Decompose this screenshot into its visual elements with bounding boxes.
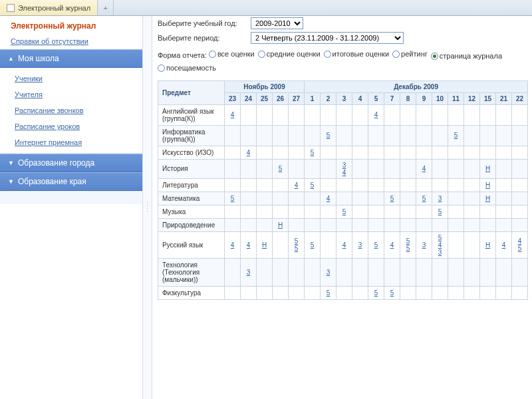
tab-add-button[interactable]: + xyxy=(98,0,114,15)
grade-cell xyxy=(448,231,464,258)
grade-cell: 5 xyxy=(305,231,321,258)
grade-link[interactable]: 4 xyxy=(513,237,526,245)
grade-link[interactable]: 5 xyxy=(434,234,446,241)
grade-cell: 5 xyxy=(432,205,448,218)
sidebar-section-header[interactable]: ▼Образование города xyxy=(0,154,142,172)
grade-link[interactable]: 5 xyxy=(306,241,319,249)
grade-cell xyxy=(448,104,464,125)
sidebar-absence-link[interactable]: Справки об отсутствии xyxy=(0,33,142,49)
grade-link[interactable]: 5 xyxy=(386,195,398,202)
sidebar-item[interactable]: Расписание уроков xyxy=(0,118,142,134)
grade-cell xyxy=(257,286,273,299)
grade-cell: 4 xyxy=(416,159,432,178)
grade-cell xyxy=(305,258,321,286)
grade-link[interactable]: 5 xyxy=(306,182,319,189)
grade-cell xyxy=(416,286,432,299)
grade-link[interactable]: Н xyxy=(481,241,494,249)
table-row: Математика54553Н xyxy=(158,192,528,205)
grade-cell xyxy=(241,205,257,218)
document-icon xyxy=(7,4,15,12)
grade-cell xyxy=(336,125,352,146)
grade-link[interactable]: Н xyxy=(481,195,494,202)
year-select[interactable]: 2009-2010 xyxy=(251,17,303,29)
period-label: Выберите период: xyxy=(158,34,251,42)
tab-journal[interactable]: Электронный журнал xyxy=(0,0,98,15)
grade-link[interactable]: 5 xyxy=(370,241,382,249)
grade-link[interactable]: 5 xyxy=(450,132,462,139)
sidebar-item[interactable]: Интернет приемная xyxy=(0,134,142,150)
report-label: Форма отчета: xyxy=(158,51,207,59)
grade-link[interactable]: 4 xyxy=(242,241,255,249)
grade-cell: 5 xyxy=(368,286,384,299)
grade-cell xyxy=(384,218,400,231)
grade-cell xyxy=(368,125,384,146)
subject-header: Предмет xyxy=(158,80,225,104)
grade-link[interactable]: 4 xyxy=(322,195,334,202)
grade-link[interactable]: Н xyxy=(258,241,271,249)
grade-link[interactable]: 3 xyxy=(354,241,366,249)
grade-link[interactable]: 5 xyxy=(338,208,350,215)
report-option-label: средние оценки xyxy=(267,48,321,60)
table-row: Английский язык (группа(К))44 xyxy=(158,104,528,125)
grade-link[interactable]: 5 xyxy=(290,245,303,252)
grade-link[interactable]: 5 xyxy=(322,289,334,297)
grade-link[interactable]: 5 xyxy=(274,165,287,172)
radio-icon xyxy=(392,51,400,58)
grade-link[interactable]: 5 xyxy=(290,237,303,245)
grade-link[interactable]: 5 xyxy=(322,132,334,139)
sidebar-item[interactable]: Учителя xyxy=(0,86,142,102)
grade-link[interactable]: 4 xyxy=(497,241,510,249)
grade-link[interactable]: 3 xyxy=(418,241,430,249)
report-option[interactable]: средние оценки xyxy=(258,48,321,60)
subject-cell: Технология (Технология (мальчики)) xyxy=(158,258,225,286)
grade-link[interactable]: 4 xyxy=(338,169,350,176)
report-option[interactable]: рейтинг xyxy=(392,48,428,60)
grade-cell xyxy=(273,258,289,286)
grade-link[interactable]: 4 xyxy=(418,165,430,172)
grade-link[interactable]: Н xyxy=(274,221,287,229)
grade-link[interactable]: 5 xyxy=(370,289,382,297)
grade-link[interactable]: 4 xyxy=(290,182,303,189)
report-option[interactable]: посещаемость xyxy=(158,62,216,74)
sidebar-item[interactable]: Расписание звонков xyxy=(0,102,142,118)
day-header: 5 xyxy=(368,92,384,104)
sidebar-section-header[interactable]: ▼Образование края xyxy=(0,172,142,191)
grade-link[interactable]: 4 xyxy=(386,241,398,249)
grade-cell xyxy=(464,178,480,192)
period-select[interactable]: 2 Четверть (23.11.2009 - 31.12.2009) xyxy=(251,32,404,44)
sidebar-item[interactable]: Ученики xyxy=(0,70,142,86)
grade-link[interactable]: 4 xyxy=(370,111,382,118)
grade-link[interactable]: 4 xyxy=(338,241,350,249)
grade-link[interactable]: 4 xyxy=(242,149,255,156)
grade-cell xyxy=(480,125,496,146)
splitter[interactable]: ···· xyxy=(143,16,152,399)
grade-link[interactable]: 5 xyxy=(402,237,414,245)
grade-link[interactable]: 5 xyxy=(306,149,319,156)
grade-cell: Н xyxy=(480,231,496,258)
grade-link[interactable]: 3 xyxy=(434,249,446,256)
day-header: 23 xyxy=(225,92,241,104)
report-option-label: итоговые оценки xyxy=(332,48,389,60)
month-header: Декабрь 2009 xyxy=(305,80,528,92)
table-row: Музыка55 xyxy=(158,205,528,218)
grade-link[interactable]: 5 xyxy=(418,195,430,202)
grade-link[interactable]: 5 xyxy=(402,245,414,252)
grade-link[interactable]: 5 xyxy=(386,289,398,297)
report-option[interactable]: все оценки xyxy=(209,48,255,60)
grade-link[interactable]: 5 xyxy=(434,208,446,215)
grade-link[interactable]: 4 xyxy=(226,241,239,249)
grade-link[interactable]: 5 xyxy=(513,245,526,252)
grade-link[interactable]: Н xyxy=(481,182,494,189)
grade-link[interactable]: 3 xyxy=(322,269,334,276)
grade-link[interactable]: 4 xyxy=(434,241,446,249)
grade-link[interactable]: 3 xyxy=(242,269,255,276)
grade-cell xyxy=(305,125,321,146)
sidebar-section-header[interactable]: ▲Моя школа xyxy=(0,49,142,68)
grade-link[interactable]: 4 xyxy=(226,111,239,118)
report-option[interactable]: итоговые оценки xyxy=(324,48,389,60)
grade-link[interactable]: 3 xyxy=(434,195,446,202)
grade-link[interactable]: 5 xyxy=(226,195,239,202)
grade-link[interactable]: 3 xyxy=(338,162,350,169)
grade-link[interactable]: Н xyxy=(481,165,494,172)
report-option[interactable]: страница журнала xyxy=(431,50,502,62)
